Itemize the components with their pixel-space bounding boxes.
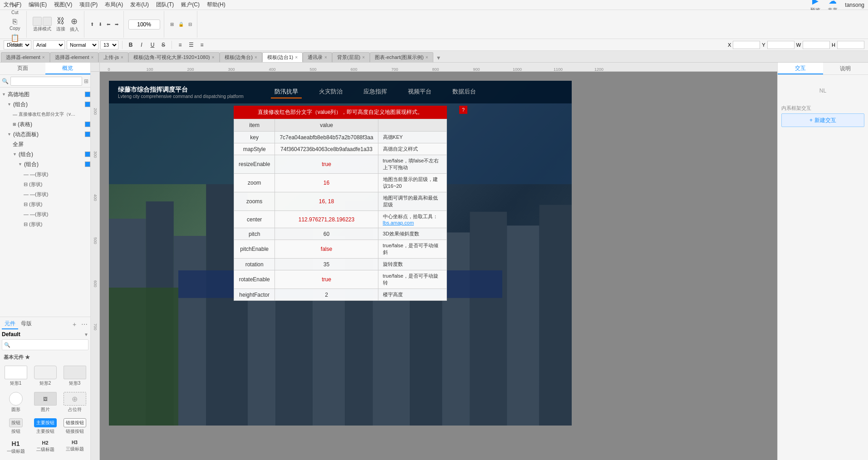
- group-btn[interactable]: ⊟: [187, 21, 193, 28]
- insert-btn[interactable]: ⊕ 插入: [69, 15, 80, 34]
- align-left-btn[interactable]: ⬅: [105, 21, 112, 28]
- menu-project[interactable]: 项目(P): [79, 1, 98, 9]
- tree-item-table[interactable]: ⊞ (表格): [0, 119, 90, 129]
- normal-select[interactable]: Normal: [67, 40, 98, 49]
- component-search-input[interactable]: [10, 342, 86, 347]
- comp-rect2[interactable]: 矩形2: [31, 364, 59, 388]
- interaction-tab[interactable]: 交互: [778, 63, 823, 74]
- tree-item-fullscreen[interactable]: 全屏: [0, 139, 90, 149]
- tab-close-7[interactable]: ×: [362, 55, 365, 60]
- tree-checkbox-6[interactable]: [85, 152, 90, 157]
- tree-item-combo-3[interactable]: ▼ (组合): [0, 159, 90, 169]
- tree-item-shape-6[interactable]: ⊟ (形状): [0, 219, 90, 229]
- tree-checkbox-0[interactable]: [85, 92, 90, 97]
- italic-btn[interactable]: I: [137, 40, 146, 49]
- comp-rect1[interactable]: 矩形1: [2, 364, 29, 388]
- tree-checkbox-3[interactable]: [85, 122, 90, 127]
- tree-item-group-1[interactable]: ▼ (组合): [0, 99, 90, 109]
- align-left-text-btn[interactable]: ≡: [176, 40, 185, 49]
- tab-0[interactable]: 选择器-element ×: [1, 52, 50, 62]
- tab-close-4[interactable]: ×: [255, 55, 257, 60]
- menu-publish[interactable]: 发布(U): [130, 1, 149, 9]
- bold-btn[interactable]: B: [126, 40, 135, 49]
- tree-checkbox-4[interactable]: [85, 132, 90, 137]
- underline-btn[interactable]: U: [148, 40, 157, 49]
- tab-7[interactable]: 背景(层层) ×: [332, 52, 370, 62]
- size-select[interactable]: 13: [100, 40, 118, 49]
- tab-close-5[interactable]: ×: [295, 55, 298, 60]
- tab-close-6[interactable]: ×: [324, 55, 327, 60]
- align-center-text-btn[interactable]: ☰: [186, 40, 196, 49]
- components-tab[interactable]: 元件: [2, 319, 18, 329]
- cut-btn[interactable]: ✂ Cut: [8, 0, 22, 16]
- y-input[interactable]: 1080: [767, 41, 794, 49]
- menu-account[interactable]: 账户(C): [181, 1, 200, 9]
- comp-btn1[interactable]: 按钮 按钮: [2, 416, 29, 436]
- align-top-btn[interactable]: ⬆: [89, 21, 95, 28]
- tab-add-btn[interactable]: ▾: [434, 53, 443, 62]
- table-link-5[interactable]: lbs.amap.com: [383, 220, 414, 225]
- overview-tab[interactable]: 概览: [45, 63, 91, 74]
- tab-1[interactable]: 选择器-element ×: [50, 52, 99, 62]
- tree-item-gaode-map[interactable]: ▼ 高德地图: [0, 89, 90, 99]
- tree-item-shape-2[interactable]: ⊟ (形状): [0, 179, 90, 189]
- left-search-input[interactable]: [10, 77, 82, 86]
- strikethrough-btn[interactable]: S: [159, 40, 168, 49]
- comp-btn3[interactable]: 链接按钮 链接按钮: [61, 416, 88, 436]
- tree-toggle-6[interactable]: ▼: [13, 152, 17, 157]
- description-tab[interactable]: 说明: [823, 63, 868, 74]
- tree-item-shape-3[interactable]: — —(形状): [0, 189, 90, 199]
- tab-close-0[interactable]: ×: [42, 55, 45, 60]
- nav-item-0[interactable]: 防汛抗旱: [271, 86, 302, 98]
- comp-circle[interactable]: 圆形: [2, 390, 29, 415]
- tree-toggle-7[interactable]: ▼: [18, 162, 23, 166]
- add-component-btn[interactable]: +: [70, 320, 78, 328]
- connect-btn[interactable]: ⛓ 连接: [55, 15, 67, 33]
- comp-rect3[interactable]: 矩形3: [61, 364, 88, 388]
- menu-team[interactable]: 团队(T): [156, 1, 174, 9]
- tab-close-2[interactable]: ×: [121, 55, 123, 60]
- tree-item-shape-4[interactable]: ⊟ (形状): [0, 199, 90, 209]
- nav-item-3[interactable]: 视频平台: [404, 86, 435, 98]
- paste-btn[interactable]: 📋 Paste: [7, 33, 23, 48]
- question-mark-icon[interactable]: ?: [459, 106, 467, 114]
- tab-5[interactable]: 模板(边台1) ×: [262, 52, 303, 62]
- menu-edit[interactable]: 编辑(E): [29, 1, 47, 9]
- pages-tab[interactable]: 页面: [0, 63, 45, 74]
- comp-h3[interactable]: H3 三级标题: [61, 438, 88, 456]
- align-bottom-btn[interactable]: ⬇: [97, 21, 103, 28]
- font-select[interactable]: Arial: [33, 40, 65, 49]
- x-input[interactable]: [733, 41, 760, 49]
- tree-item-shape-5[interactable]: — —(形状): [0, 209, 90, 219]
- select-mode-btn[interactable]: 选择模式: [31, 16, 53, 33]
- tab-close-1[interactable]: ×: [91, 55, 93, 60]
- h-input[interactable]: 1080: [837, 41, 864, 49]
- new-interaction-btn[interactable]: + 新建交互: [781, 113, 864, 127]
- tab-2[interactable]: 上传-js ×: [98, 52, 128, 62]
- lock-btn[interactable]: 🔒: [177, 21, 185, 28]
- filter-icon[interactable]: ⊞: [84, 78, 88, 84]
- comp-image[interactable]: 🖼 图片: [31, 390, 59, 415]
- menu-layout[interactable]: 布局(A): [105, 1, 123, 9]
- nav-item-2[interactable]: 应急指挥: [360, 86, 391, 98]
- comp-btn2[interactable]: 主要按钮 主要按钮: [31, 416, 59, 436]
- canvas-viewport[interactable]: 绿藤市综合指挥调度平台 Lvteng city comprehensive co…: [100, 72, 777, 460]
- tree-item-shape-1[interactable]: — —(形状): [0, 169, 90, 179]
- tree-item-direct-edit[interactable]: — 直接修改红色部分文字（value列）...: [0, 109, 90, 119]
- tree-checkbox-7[interactable]: [85, 161, 90, 167]
- tree-item-dynamic-panel[interactable]: ▼ (动态面板): [0, 129, 90, 139]
- tab-3[interactable]: 模板(边角-可视化大屏-1920×1080) ×: [128, 52, 220, 62]
- default-dropdown-icon[interactable]: ▼: [84, 332, 88, 337]
- masters-tab[interactable]: 母版: [18, 319, 34, 329]
- zoom-input[interactable]: [128, 20, 160, 29]
- align-right-text-btn[interactable]: ≡: [197, 40, 206, 49]
- tree-toggle-1[interactable]: ▼: [7, 102, 12, 107]
- tab-4[interactable]: 模板(边角台) ×: [220, 52, 262, 62]
- tree-toggle-4[interactable]: ▼: [7, 132, 12, 137]
- tree-checkbox-1[interactable]: [85, 102, 90, 107]
- copy-btn[interactable]: ⎘ Copy: [8, 17, 22, 32]
- comp-placeholder[interactable]: ⊕ 占位符: [61, 390, 88, 415]
- comp-h1[interactable]: H1 一级标题: [2, 438, 29, 456]
- menu-view[interactable]: 视图(V): [54, 1, 72, 9]
- align-right-btn[interactable]: ➡: [113, 21, 120, 28]
